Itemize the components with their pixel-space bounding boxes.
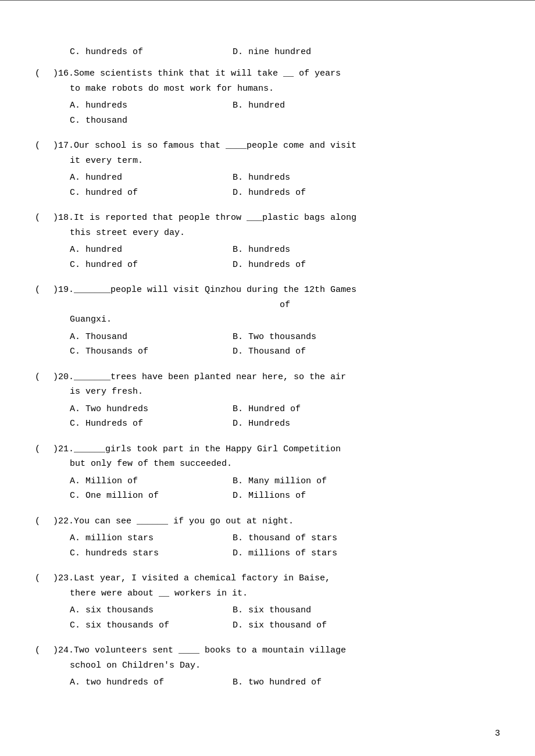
prev-question-options: C. hundreds of D. nine hundred — [35, 47, 500, 57]
continuation-18: this street every day. — [35, 226, 500, 241]
qtext-23: Last year, I visited a chemical factory … — [74, 571, 500, 586]
options-16: A. hundreds B. hundred C. thousand — [35, 98, 500, 128]
option-20d: D. Hundreds — [233, 416, 395, 432]
continuation-19: Guangxi. — [35, 312, 500, 327]
qtext-16: Some scientists think that it will take … — [74, 66, 500, 81]
continuation-16: to make robots do most work for humans. — [35, 81, 500, 97]
continuation-17: it every term. — [35, 154, 500, 169]
qtext-24: Two volunteers sent ____ books to a moun… — [74, 643, 500, 658]
option-19c: C. Thousands of — [70, 344, 233, 359]
question-22: ( )22. You can see ______ if you go out … — [35, 514, 500, 561]
qnum-17: )17. — [48, 138, 74, 154]
qnum-22: )22. — [48, 514, 74, 529]
question-18: ( )18. It is reported that people throw … — [35, 211, 500, 272]
option-17d: D. hundreds of — [233, 186, 395, 201]
option-17b: B. hundreds — [233, 170, 395, 186]
bracket-24: ( — [35, 643, 48, 658]
option-20a: A. Two hundreds — [70, 402, 233, 417]
bracket-19: ( — [35, 283, 48, 298]
qtext-18: It is reported that people throw ___plas… — [74, 211, 500, 226]
option-18b: B. hundreds — [233, 243, 395, 258]
option-20c: C. Hundreds of — [70, 416, 233, 432]
question-20: ( )20. _______trees have been planted ne… — [35, 370, 500, 432]
options-19: A. Thousand B. Two thousands C. Thousand… — [35, 330, 500, 359]
option-22d: D. millions of stars — [233, 546, 395, 561]
options-17: A. hundred B. hundreds C. hundred of D. … — [35, 170, 500, 200]
question-16: ( )16. Some scientists think that it wil… — [35, 66, 500, 128]
options-24: A. two hundreds of B. two hundred of — [35, 675, 500, 690]
option-16a: A. hundreds — [70, 98, 233, 113]
continuation-23: there were about __ workers in it. — [35, 586, 500, 601]
option-d-prev: D. nine hundred — [233, 47, 395, 57]
option-23a: A. six thousands — [70, 603, 233, 618]
question-19: ( )19. _______people will visit Qinzhou … — [35, 283, 500, 359]
option-19b: B. Two thousands — [233, 330, 395, 345]
page-number: 3 — [495, 729, 500, 739]
question-23: ( )23. Last year, I visited a chemical f… — [35, 571, 500, 633]
option-21c: C. One million of — [70, 488, 233, 504]
options-22: A. million stars B. thousand of stars C.… — [35, 531, 500, 561]
qnum-24: )24. — [48, 643, 74, 658]
qtext-22: You can see ______ if you go out at nigh… — [74, 514, 500, 529]
option-17a: A. hundred — [70, 170, 233, 186]
option-19d: D. Thousand of — [233, 344, 395, 359]
qnum-18: )18. — [48, 211, 74, 226]
option-23d: D. six thousand of — [233, 618, 395, 633]
qnum-20: )20. — [48, 370, 74, 385]
qtext-17: Our school is so famous that ____people … — [74, 138, 500, 154]
options-20: A. Two hundreds B. Hundred of C. Hundred… — [35, 402, 500, 432]
option-23c: C. six thousands of — [70, 618, 233, 633]
bracket-22: ( — [35, 514, 48, 529]
continuation-24: school on Children's Day. — [35, 658, 500, 673]
bracket-20: ( — [35, 370, 48, 385]
bracket-16: ( — [35, 66, 48, 81]
option-18a: A. hundred — [70, 243, 233, 258]
option-24a: A. two hundreds of — [70, 675, 233, 690]
qnum-19: )19. — [48, 283, 74, 298]
options-18: A. hundred B. hundreds C. hundred of D. … — [35, 243, 500, 272]
option-16b: B. hundred — [233, 98, 395, 113]
option-16c: C. thousand — [70, 113, 233, 129]
qtext-19: _______people will visit Qinzhou during … — [74, 283, 500, 298]
option-17c: C. hundred of — [70, 186, 233, 201]
bracket-17: ( — [35, 138, 48, 154]
continuation-19-of: of — [35, 298, 500, 313]
options-23: A. six thousands B. six thousand C. six … — [35, 603, 500, 633]
option-22b: B. thousand of stars — [233, 531, 395, 546]
question-24: ( )24. Two volunteers sent ____ books to… — [35, 643, 500, 690]
qnum-21: )21. — [48, 442, 74, 457]
bracket-23: ( — [35, 571, 48, 586]
option-c-prev: C. hundreds of — [70, 47, 233, 57]
option-22c: C. hundreds stars — [70, 546, 233, 561]
option-21b: B. Many million of — [233, 474, 395, 489]
option-21d: D. Millions of — [233, 488, 395, 504]
qtext-21: ______girls took part in the Happy Girl … — [74, 442, 500, 457]
continuation-21: but only few of them succeeded. — [35, 457, 500, 472]
option-24b: B. two hundred of — [233, 675, 395, 690]
qnum-23: )23. — [48, 571, 74, 586]
qnum-16: )16. — [48, 66, 74, 81]
bracket-18: ( — [35, 211, 48, 226]
option-18d: D. hundreds of — [233, 258, 395, 273]
question-21: ( )21. ______girls took part in the Happ… — [35, 442, 500, 504]
options-21: A. Million of B. Many million of C. One … — [35, 474, 500, 504]
option-20b: B. Hundred of — [233, 402, 395, 417]
qtext-20: _______trees have been planted near here… — [74, 370, 500, 385]
option-18c: C. hundred of — [70, 258, 233, 273]
option-19a: A. Thousand — [70, 330, 233, 345]
option-22a: A. million stars — [70, 531, 233, 546]
option-23b: B. six thousand — [233, 603, 395, 618]
question-17: ( )17. Our school is so famous that ____… — [35, 138, 500, 200]
bracket-21: ( — [35, 442, 48, 457]
option-21a: A. Million of — [70, 474, 233, 489]
continuation-20: is very fresh. — [35, 384, 500, 400]
